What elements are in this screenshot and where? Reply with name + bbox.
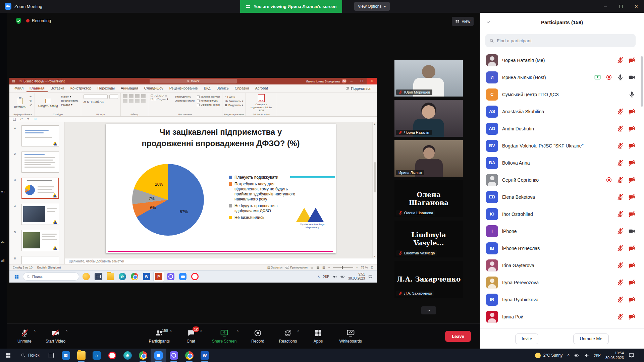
taskbar-icon-chrome-2[interactable] bbox=[181, 349, 197, 362]
find-button[interactable]: ⌕ Найти bbox=[225, 95, 243, 99]
desktop-icon-label[interactable]: збі bbox=[1, 259, 4, 262]
ppt-account[interactable]: Лилик Ірина Вікторівна ЛИ bbox=[306, 79, 346, 83]
create-pdf-button[interactable]: PDF Создать и поделиться Adobe PDF bbox=[248, 94, 274, 112]
restore-button[interactable]: Восстановить bbox=[61, 99, 78, 102]
taskbar-search[interactable]: Поиск bbox=[16, 349, 44, 362]
participant-row[interactable]: И Ирина Лылык (Host) bbox=[480, 69, 644, 86]
view-layout-button[interactable]: View bbox=[452, 17, 474, 26]
zoom-slider[interactable] bbox=[333, 267, 353, 268]
font-name-box[interactable] bbox=[84, 95, 108, 99]
layout-button[interactable]: Макет ▾ bbox=[61, 95, 78, 98]
taskbar-icon-word[interactable] bbox=[197, 349, 212, 362]
taskbar-icon-edge[interactable] bbox=[117, 272, 127, 282]
slide-thumbnail[interactable] bbox=[21, 152, 59, 173]
tab-record[interactable]: Запись bbox=[214, 84, 232, 92]
video-tile[interactable]: Чорна Наталія bbox=[394, 100, 463, 137]
align-left-icon[interactable] bbox=[123, 100, 127, 103]
notification-icon[interactable] bbox=[368, 275, 373, 279]
language-indicator[interactable]: УКР bbox=[323, 275, 329, 279]
autosave-icon[interactable]: ↻ bbox=[19, 79, 22, 83]
maximize-button[interactable]: ☐ bbox=[613, 0, 629, 13]
participant-row[interactable]: BV Bogdan Volchok, PrJSC "SKF Ukraine" bbox=[480, 137, 644, 154]
language-indicator[interactable]: English (Belgium) bbox=[37, 266, 61, 269]
tab-file[interactable]: Файл bbox=[11, 84, 26, 92]
undo-icon[interactable]: ↶ bbox=[20, 117, 22, 121]
clock[interactable]: 9:51 30.03.2023 bbox=[348, 273, 365, 281]
paste-button[interactable]: Вставить bbox=[13, 94, 27, 112]
select-button[interactable]: ▦ Выделить ▾ bbox=[225, 104, 243, 107]
taskbar-icon-edge[interactable] bbox=[120, 349, 135, 362]
view-options-button[interactable]: View Options ▾ bbox=[354, 2, 390, 11]
participants-button[interactable]: 158 ˄ Participants bbox=[149, 329, 170, 344]
desktop-search-box[interactable]: Поиск bbox=[23, 273, 79, 281]
scrollbar-thumb[interactable] bbox=[374, 162, 376, 192]
font-style-buttons[interactable]: Ж К Ч S аб АВ bbox=[84, 100, 118, 104]
taskbar-icon-store[interactable] bbox=[89, 349, 104, 362]
shape-effects-button[interactable]: Эффекты фигур bbox=[197, 103, 220, 106]
ppt-minimize-button[interactable]: ─ bbox=[346, 78, 357, 84]
participant-row[interactable]: Сергій Сергіенко bbox=[480, 171, 644, 188]
redo-icon[interactable]: ↷ bbox=[27, 117, 30, 121]
new-slide-button[interactable]: Создать слайд bbox=[37, 94, 59, 112]
taskbar-icon-viber[interactable] bbox=[166, 272, 176, 282]
reading-view-icon[interactable]: ▥ bbox=[322, 266, 325, 269]
chevron-up-icon[interactable]: ˄ bbox=[297, 329, 299, 333]
participant-row[interactable]: C Сумський центр ПТО ДСЗ bbox=[480, 86, 644, 103]
tray-expand-icon[interactable]: ˄ bbox=[567, 353, 570, 358]
align-center-icon[interactable] bbox=[129, 100, 133, 103]
participant-row[interactable]: Ірина Рой bbox=[480, 308, 644, 325]
video-tile[interactable]: Л.А. Захарченко Л.А. Захарченко bbox=[394, 261, 463, 298]
participant-row[interactable]: Чорна Наталія (Me) bbox=[480, 52, 644, 69]
start-button[interactable] bbox=[0, 349, 16, 362]
taskbar-icon-folder[interactable] bbox=[73, 349, 89, 362]
grid-icon[interactable]: ⊞ bbox=[34, 117, 36, 121]
participant-search-input[interactable] bbox=[497, 38, 632, 43]
zoom-out-icon[interactable]: − bbox=[328, 266, 330, 269]
quick-styles-button[interactable]: Экспресс-стили bbox=[175, 99, 195, 102]
taskbar-icon-zoom[interactable] bbox=[178, 272, 188, 282]
taskbar-icon-opera[interactable] bbox=[190, 272, 200, 282]
participant-row[interactable]: BA Boltova Anna bbox=[480, 154, 644, 171]
show-desktop-button[interactable] bbox=[639, 349, 641, 362]
slide-thumbnail[interactable] bbox=[21, 125, 59, 146]
whiteboards-button[interactable]: Whiteboards bbox=[339, 329, 362, 344]
participant-row[interactable]: IB iPhone В'ячеслав bbox=[480, 240, 644, 257]
slide-thumbnail[interactable] bbox=[21, 256, 59, 264]
taskbar-icon-zoom-active[interactable] bbox=[151, 349, 166, 362]
tab-design[interactable]: Конструктор bbox=[67, 84, 95, 92]
shape-outline-button[interactable]: Контур фигуры bbox=[197, 99, 220, 102]
ppt-search-box[interactable]: Поиск bbox=[150, 79, 237, 83]
tab-acrobat[interactable]: Acrobat bbox=[252, 84, 271, 92]
invite-button[interactable]: Invite bbox=[515, 334, 538, 344]
taskbar-icon-powerpoint-active[interactable] bbox=[154, 272, 164, 282]
chat-button[interactable]: 12 ˄ Chat bbox=[182, 329, 200, 344]
comments-toggle[interactable]: 💬 Примечания bbox=[285, 266, 308, 269]
bullets-icon[interactable] bbox=[123, 95, 127, 98]
arrange-button[interactable]: Упорядочить bbox=[175, 95, 195, 98]
participant-row[interactable]: EB Elena Beketova bbox=[480, 188, 644, 205]
section-button[interactable]: Раздел ▾ bbox=[61, 103, 78, 106]
tab-slideshow[interactable]: Слайд-шоу bbox=[141, 84, 166, 92]
participant-row[interactable]: Irina Gayterova bbox=[480, 257, 644, 274]
more-tiles-button[interactable] bbox=[421, 306, 436, 314]
chevron-up-icon[interactable]: ˄ bbox=[237, 329, 238, 333]
slide-thumbnail-selected[interactable] bbox=[21, 178, 59, 199]
shapes-gallery[interactable]: ▢○△◇▷☆ ⬠▭◠◡⇨✦ bbox=[151, 94, 173, 112]
tab-transitions[interactable]: Переходы bbox=[94, 84, 118, 92]
tab-help[interactable]: Справка bbox=[232, 84, 252, 92]
share-screen-button[interactable]: ˄ Share Screen bbox=[212, 329, 236, 344]
save-icon[interactable]: ▤ bbox=[12, 79, 15, 83]
participant-row[interactable]: IO Ihor Ostrohliad bbox=[480, 205, 644, 223]
leave-button[interactable]: Leave bbox=[445, 331, 471, 342]
save-icon[interactable]: ▤ bbox=[13, 117, 16, 121]
taskbar-icon-weather[interactable] bbox=[81, 272, 91, 282]
fit-slide-icon[interactable]: ⊡ bbox=[371, 266, 373, 269]
font-size-box[interactable] bbox=[109, 95, 118, 99]
tab-review[interactable]: Рецензирование bbox=[166, 84, 201, 92]
tab-animations[interactable]: Анимация bbox=[118, 84, 141, 92]
battery-icon[interactable] bbox=[340, 275, 345, 279]
normal-view-icon[interactable]: ▭ bbox=[311, 266, 314, 269]
wifi-icon[interactable] bbox=[333, 275, 337, 279]
zoom-level[interactable]: 76 % bbox=[361, 266, 368, 269]
taskbar-icon-mail[interactable]: ✉ bbox=[58, 349, 73, 362]
